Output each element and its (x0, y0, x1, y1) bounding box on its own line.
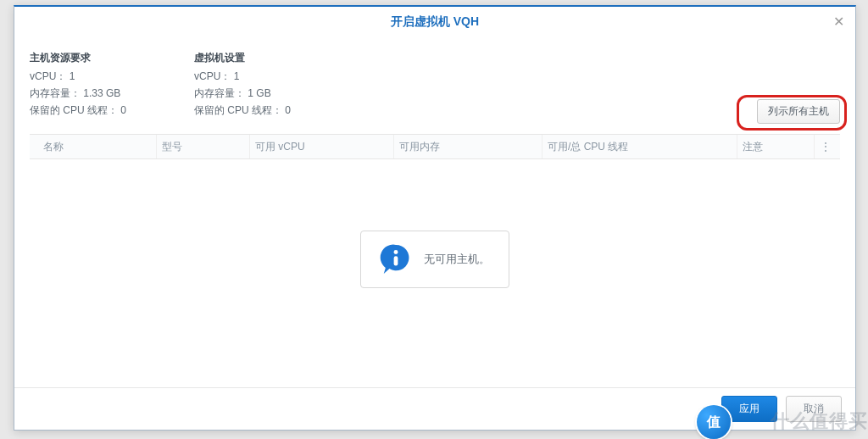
empty-message: 无可用主机。 (424, 252, 490, 267)
vm-set-title: 虚拟机设置 (194, 49, 291, 66)
cancel-button[interactable]: 取消 (786, 396, 842, 422)
host-req-title: 主机资源要求 (30, 49, 126, 66)
col-available-vcpu[interactable]: 可用 vCPU (250, 135, 394, 158)
svg-point-0 (394, 250, 398, 254)
host-table-body: 无可用主机。 (30, 159, 840, 387)
host-req-memory: 内存容量： 1.33 GB (30, 85, 126, 102)
show-all-hosts-button[interactable]: 列示所有主机 (757, 99, 840, 124)
close-icon[interactable]: ✕ (830, 14, 847, 31)
col-available-memory[interactable]: 可用内存 (394, 135, 542, 158)
col-note[interactable]: 注意 (737, 135, 815, 158)
specs-row: 主机资源要求 vCPU： 1 内存容量： 1.33 GB 保留的 CPU 线程：… (30, 49, 840, 119)
vm-settings-block: 虚拟机设置 vCPU： 1 内存容量： 1 GB 保留的 CPU 线程： 0 (194, 49, 291, 119)
dialog-title: 开启虚拟机 VQH (391, 14, 479, 30)
vm-set-vcpu: vCPU： 1 (194, 68, 291, 85)
col-cpu-threads[interactable]: 可用/总 CPU 线程 (542, 135, 737, 158)
dialog-start-vm: 开启虚拟机 VQH ✕ 主机资源要求 vCPU： 1 内存容量： 1.33 GB… (14, 5, 856, 431)
column-menu-icon[interactable]: ⋮ (815, 135, 832, 158)
host-req-vcpu: vCPU： 1 (30, 68, 126, 85)
host-table-header: 名称 型号 可用 vCPU 可用内存 可用/总 CPU 线程 注意 ⋮ (30, 134, 840, 159)
col-name[interactable]: 名称 (38, 135, 157, 158)
col-model[interactable]: 型号 (157, 135, 250, 158)
dialog-titlebar: 开启虚拟机 VQH ✕ (14, 7, 855, 37)
host-req-threads: 保留的 CPU 线程： 0 (30, 102, 126, 119)
vm-set-memory: 内存容量： 1 GB (194, 85, 291, 102)
svg-rect-1 (394, 256, 398, 265)
info-icon (380, 243, 412, 275)
empty-state: 无可用主机。 (360, 231, 509, 288)
smzdm-badge-icon: 值 (697, 405, 731, 439)
host-requirements-block: 主机资源要求 vCPU： 1 内存容量： 1.33 GB 保留的 CPU 线程：… (30, 49, 126, 119)
vm-set-threads: 保留的 CPU 线程： 0 (194, 102, 291, 119)
dialog-content: 主机资源要求 vCPU： 1 内存容量： 1.33 GB 保留的 CPU 线程：… (14, 37, 855, 387)
